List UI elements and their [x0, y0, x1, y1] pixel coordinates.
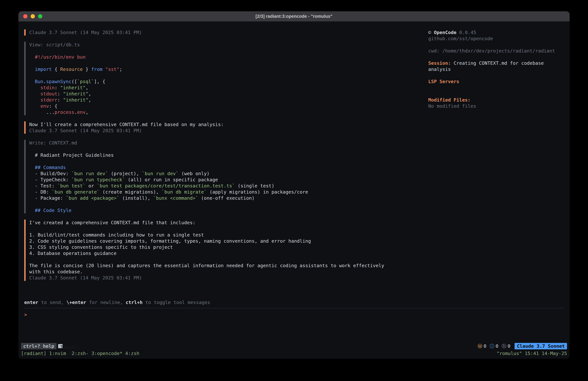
text-token: for newline,: [86, 300, 126, 305]
text-line: - TypeCheck: `bun run typecheck` (all) o…: [29, 177, 428, 183]
text-token: [103, 67, 105, 72]
text-line: Claude 3.7 Sonnet (14 May 2025 03:41 PM): [29, 128, 428, 134]
text-line: [428, 42, 564, 48]
text-token: Claude 3.7 Sonnet (14 May 2025 03:41 PM): [29, 275, 142, 281]
text-line: import { Resource } from "sst";: [29, 66, 428, 72]
text-token: - Build/Dev:: [29, 171, 71, 176]
close-window-button[interactable]: [23, 14, 27, 18]
hint-icon: ⓗ: [502, 343, 506, 349]
text-line: [29, 72, 428, 78]
model-badge: Claude 3.7 Sonnet: [515, 343, 567, 349]
session-sidebar: © OpenCode 0.0.45github.com/sst/opencode…: [428, 29, 564, 287]
text-token: :: [58, 91, 63, 96]
text-token: to send,: [38, 300, 66, 305]
text-token: (apply migrations) in packages/core: [207, 189, 308, 195]
text-line: # Radiant Project Guidelines: [29, 152, 428, 158]
text-token: }: [83, 67, 91, 72]
content-row: Claude 3.7 Sonnet (14 May 2025 03:41 PM)…: [24, 29, 564, 287]
text-line: with this codebase.: [29, 269, 428, 275]
text-line: 3. CSS styling conventions specific to t…: [29, 244, 428, 250]
text-line: Modified Files:: [428, 97, 564, 103]
text-line: [29, 146, 428, 152]
text-token: Claude 3.7 Sonnet (14 May 2025 03:41 PM): [29, 128, 142, 133]
text-line: I've created a comprehensive CONTEXT.md …: [29, 220, 428, 226]
tmux-window-item[interactable]: 1:nvim: [49, 351, 69, 356]
text-token: env: [41, 103, 49, 109]
warn-icon: Ⓦ: [478, 343, 482, 349]
empty-space: [21, 318, 567, 343]
text-token: 2. Code style guidelines covering import…: [29, 238, 311, 244]
minimize-window-button[interactable]: [31, 14, 35, 18]
input-divider: [24, 308, 564, 308]
text-line: - Package: `bun add <package>` (install)…: [29, 195, 428, 201]
text-token: ], {: [94, 79, 105, 84]
help-hint-badge: ctrl+? help: [21, 343, 57, 349]
text-token: # Radiant Project Guidelines: [29, 152, 114, 158]
text-token: LSP Servers: [428, 79, 459, 84]
text-token: .: [74, 110, 77, 115]
text-line: Session: Creating CONTEXT.md for codebas…: [428, 60, 564, 72]
tool-view-db-ts: View: script/db.ts #!/usr/bin/env bun im…: [24, 42, 428, 115]
window-titlebar: [2/3] radiant:3:opencode - "romulus": [18, 11, 570, 22]
zoom-window-button[interactable]: [38, 14, 42, 18]
text-token: 1. Build/lint/test commands including ho…: [29, 232, 204, 238]
text-token: cwd: /home/thdxr/dev/projects/radiant/ra…: [428, 48, 555, 54]
text-line: © OpenCode 0.0.45: [428, 29, 564, 36]
tmux-window-item[interactable]: 2:zsh-: [72, 351, 89, 356]
text-token: OpenCode: [434, 30, 457, 35]
text-token: #!/usr/bin/env bun: [29, 54, 85, 60]
text-line: Write: CONTEXT.md: [29, 140, 428, 146]
text-token: - DB:: [29, 189, 52, 195]
text-token: (install),: [119, 195, 153, 201]
text-token: [29, 91, 41, 96]
text-token: "sst": [105, 67, 119, 72]
window-title: [2/3] radiant:3:opencode - "romulus": [256, 14, 333, 19]
tmux-window-item[interactable]: 4:zsh: [125, 351, 139, 356]
tmux-window-item[interactable]: 3:opencode*: [91, 351, 123, 356]
text-token: (create migrations),: [100, 189, 162, 195]
tool-write-context-md: Write: CONTEXT.md # Radiant Project Guid…: [24, 140, 428, 213]
tmux-window-list: [radiant] 1:nvim 2:zsh- 3:opencode* 4:zs…: [21, 350, 139, 357]
text-line: [29, 158, 428, 164]
text-token: (single test): [235, 183, 274, 189]
text-token: or: [85, 183, 97, 189]
text-token: {: [52, 67, 60, 72]
text-token: stderr: [41, 97, 58, 103]
diagnostic-warn-indicator: Ⓦ0: [478, 343, 486, 349]
text-line: [428, 85, 564, 91]
text-token: .: [43, 79, 46, 84]
text-line: 2. Code style guidelines covering import…: [29, 238, 428, 244]
lsp-diagnostics: Ⓦ0ⓘ0ⓗ0: [478, 343, 510, 349]
text-line: [29, 256, 428, 263]
tmux-status-right: "romulus" 15:41 14-May-25: [497, 350, 567, 357]
text-line: [29, 201, 428, 207]
text-token: "inherit": [60, 85, 85, 90]
text-token: - TypeCheck:: [29, 177, 71, 182]
text-token: github.com/sst/opencode: [428, 36, 493, 41]
text-token: :: [55, 85, 60, 90]
text-token: `bunx <command>`: [153, 195, 198, 201]
text-token: : {: [49, 103, 57, 109]
text-token: Modified Files:: [428, 97, 471, 103]
text-line: cwd: /home/thdxr/dev/projects/radiant/ra…: [428, 48, 564, 54]
text-token: `bun run dev`: [142, 171, 178, 176]
text-line: Now I'll create a comprehensive CONTEXT.…: [29, 121, 428, 128]
text-line: #!/usr/bin/env bun: [29, 54, 428, 60]
text-token: [29, 103, 41, 109]
text-line: stdin: "inherit",: [29, 85, 428, 91]
tokens-cost-badge: Tokens: 16.4K (8%), Cost: $0.12: [58, 344, 63, 348]
prompt-caret: >: [24, 312, 27, 317]
text-token: to toggle tool messages: [143, 300, 210, 305]
assistant-message: Now I'll create a comprehensive CONTEXT.…: [24, 121, 428, 134]
terminal-content: Claude 3.7 Sonnet (14 May 2025 03:41 PM)…: [18, 22, 570, 359]
prompt-input-line[interactable]: >: [24, 312, 564, 318]
text-line: The file is concise (20 lines) and captu…: [29, 263, 428, 269]
text-line: - Build/Dev: `bun run dev` (project), `b…: [29, 171, 428, 177]
text-token: ,: [88, 91, 91, 96]
text-token: View: script/db.ts: [29, 42, 80, 47]
text-token: `bun add <package>`: [66, 195, 119, 201]
text-token: "inherit": [63, 91, 88, 96]
text-token: [29, 67, 35, 72]
text-token: ...: [29, 110, 55, 115]
text-token: ctrl+h: [126, 300, 143, 305]
